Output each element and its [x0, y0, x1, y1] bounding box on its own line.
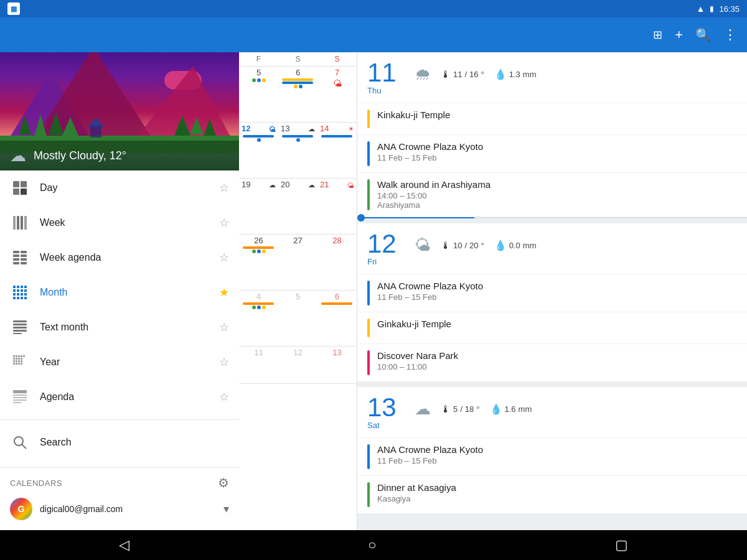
calendar-grid-icon[interactable]: ⊞	[653, 28, 662, 42]
event-kinkakuji[interactable]: Kinkaku-ji Temple	[357, 103, 747, 135]
more-vertical-icon[interactable]: ⋮	[723, 27, 737, 43]
svg-rect-65	[18, 363, 20, 365]
day-21[interactable]: 21 🌤	[317, 179, 357, 234]
event-kasagiya[interactable]: Dinner at Kasagiya Kasagiya	[357, 476, 747, 514]
date-block-11: 11 Thu	[367, 60, 405, 95]
account-avatar: G	[10, 498, 32, 520]
year-star[interactable]: ☆	[219, 355, 229, 369]
event-details-ginkakuji: Ginkaku-ji Temple	[377, 319, 737, 337]
svg-rect-51	[16, 355, 17, 357]
day-6-next[interactable]: 6	[317, 291, 357, 346]
header-f: F	[239, 55, 278, 63]
day-12-next[interactable]: 12	[278, 347, 317, 383]
back-icon[interactable]: ◁	[119, 537, 129, 553]
svg-rect-27	[13, 262, 19, 264]
week-row-6: 11 12 13	[239, 347, 357, 384]
events-11: Kinkaku-ji Temple ANA Crowne Plaza Kyoto…	[357, 103, 747, 217]
day-12-fri[interactable]: 12 🌤	[239, 123, 278, 178]
event-subtitle-nara: 10:00 – 11:00	[377, 362, 737, 371]
week-agenda-star[interactable]: ☆	[219, 251, 229, 264]
progress-fill	[357, 217, 474, 218]
day-13-sat[interactable]: 13 ☁	[278, 123, 317, 178]
calendars-settings-icon[interactable]: ⚙	[218, 475, 229, 490]
svg-rect-54	[23, 355, 25, 357]
sidebar-item-week[interactable]: Week ☆	[0, 205, 239, 240]
event-ana-2[interactable]: ANA Crowne Plaza Kyoto 11 Feb – 15 Feb	[357, 274, 747, 312]
svg-rect-17	[13, 216, 16, 230]
sidebar-item-year[interactable]: Year ☆	[0, 345, 239, 380]
event-color-kinkakuji	[367, 110, 370, 128]
event-ginkakuji[interactable]: Ginkaku-ji Temple	[357, 312, 747, 344]
event-title-ana-3: ANA Crowne Plaza Kyoto	[377, 444, 737, 455]
wifi-icon: ▲	[697, 4, 705, 14]
day-27[interactable]: 27	[278, 235, 317, 290]
svg-rect-13	[13, 181, 19, 187]
day-26[interactable]: 26	[239, 235, 278, 290]
svg-rect-40	[24, 293, 27, 296]
sidebar-item-month[interactable]: Month ★	[0, 275, 239, 310]
week-star[interactable]: ☆	[219, 216, 229, 230]
agenda-view-icon	[10, 387, 30, 407]
svg-rect-52	[18, 355, 20, 357]
sidebar-item-search[interactable]: Search	[0, 425, 239, 460]
event-title-nara: Discover Nara Park	[377, 350, 737, 361]
day-4-next[interactable]: 4	[239, 291, 278, 346]
date-day-11: Thu	[367, 86, 405, 95]
account-expand-icon[interactable]: ▾	[223, 502, 229, 516]
agenda-day-13: 13 Sat ☁ 🌡 5 / 18° 💧 1.6 mm	[357, 387, 747, 514]
event-arashiyama[interactable]: Walk around in Arashiyama 14:00 – 15:00 …	[357, 173, 747, 217]
sidebar-item-browse-calendars[interactable]: Browse calendars	[0, 460, 239, 467]
sidebar-item-text-month[interactable]: Text month ☆	[0, 310, 239, 345]
status-bar-left: ▦	[7, 2, 20, 15]
battery-icon: ▮	[710, 4, 714, 13]
sidebar-item-day[interactable]: Day ☆	[0, 170, 239, 205]
event-ana-1[interactable]: ANA Crowne Plaza Kyoto 11 Feb – 15 Feb	[357, 135, 747, 173]
day-28[interactable]: 28	[317, 235, 357, 290]
date-day-13: Sat	[367, 421, 405, 430]
event-color-ana-2	[367, 281, 370, 306]
event-color-ginkakuji	[367, 319, 370, 337]
event-details-kinkakuji: Kinkaku-ji Temple	[377, 110, 737, 128]
event-subtitle-ana-3: 11 Feb – 15 Feb	[377, 456, 737, 465]
weather-area: ☁ Mostly Cloudy, 12°	[0, 52, 239, 170]
recents-icon[interactable]: ▢	[615, 537, 628, 553]
sidebar-item-agenda[interactable]: Agenda ☆	[0, 380, 239, 414]
day-5[interactable]: 5	[239, 67, 278, 122]
event-color-ana-3	[367, 444, 370, 469]
svg-rect-37	[13, 293, 16, 296]
svg-rect-64	[16, 363, 17, 365]
day-13-next[interactable]: 13	[317, 347, 357, 383]
agenda-star[interactable]: ☆	[219, 390, 229, 404]
event-title-kinkakuji: Kinkaku-ji Temple	[377, 110, 737, 120]
day-5-next[interactable]: 5	[278, 291, 317, 346]
event-color-kasagiya	[367, 482, 370, 507]
date-block-12: 12 Fri	[367, 231, 405, 266]
home-icon[interactable]: ○	[368, 537, 376, 553]
search-icon[interactable]: 🔍	[695, 27, 711, 42]
svg-rect-48	[13, 330, 27, 332]
status-bar: ▦ ▲ ▮ 16:35	[0, 0, 747, 17]
day-6[interactable]: 6	[278, 67, 317, 122]
svg-rect-33	[13, 289, 16, 292]
event-ana-3[interactable]: ANA Crowne Plaza Kyoto 11 Feb – 15 Feb	[357, 438, 747, 476]
sidebar-item-week-agenda[interactable]: Week agenda ☆	[0, 240, 239, 275]
add-icon[interactable]: +	[675, 27, 683, 43]
day-19[interactable]: 19 ☁	[239, 179, 278, 234]
day-14-sun[interactable]: 14 ☀	[317, 123, 357, 178]
svg-line-73	[22, 444, 26, 449]
month-star[interactable]: ★	[219, 286, 229, 299]
day-star[interactable]: ☆	[219, 181, 229, 195]
year-label: Year	[40, 357, 219, 368]
week-agenda-view-icon	[10, 248, 30, 268]
event-subtitle-kasagiya: Kasagiya	[377, 494, 737, 503]
svg-rect-63	[13, 363, 15, 365]
svg-rect-69	[13, 397, 27, 398]
day-20[interactable]: 20 ☁	[278, 179, 317, 234]
text-month-star[interactable]: ☆	[219, 320, 229, 334]
day-7[interactable]: 7 🌤	[317, 67, 357, 122]
event-nara[interactable]: Discover Nara Park 10:00 – 11:00	[357, 344, 747, 382]
day-11-next[interactable]: 11	[239, 347, 278, 383]
event-title-ana-2: ANA Crowne Plaza Kyoto	[377, 281, 737, 291]
svg-rect-20	[24, 216, 27, 230]
month-grid-area: F S S 5 6	[239, 52, 357, 530]
